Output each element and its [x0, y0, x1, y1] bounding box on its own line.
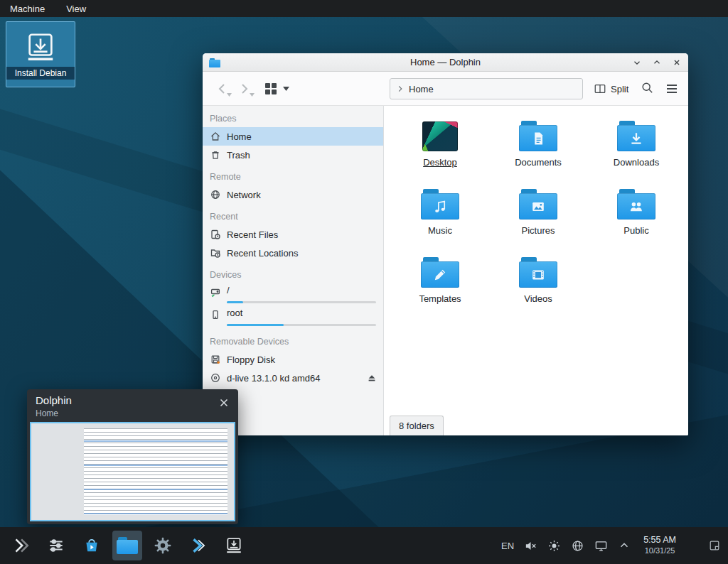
sidebar-item-label: /	[227, 285, 230, 295]
home-icon	[210, 131, 221, 142]
folder-label: Desktop	[423, 157, 457, 168]
minimize-button[interactable]	[631, 57, 643, 68]
eject-icon[interactable]	[366, 372, 378, 384]
split-button[interactable]: Split	[591, 79, 631, 99]
sidebar-item-root-device[interactable]: root	[203, 306, 383, 329]
keyboard-layout-indicator[interactable]: EN	[501, 541, 514, 551]
popup-close-icon[interactable]	[217, 396, 231, 410]
videos-folder-icon	[519, 256, 557, 288]
hamburger-menu-button[interactable]	[665, 82, 679, 96]
section-header-devices: Devices	[203, 266, 383, 283]
folder-videos[interactable]: Videos	[489, 251, 587, 319]
sidebar-item-home[interactable]: Home	[203, 127, 383, 146]
clock-date: 10/31/25	[643, 546, 676, 556]
folder-view[interactable]: Desktop Documents Downloads Music	[384, 106, 688, 435]
volume-muted-icon[interactable]	[523, 538, 537, 553]
task-manager-settings-icon[interactable]	[41, 531, 71, 560]
forward-dropdown-caret-icon[interactable]	[250, 93, 255, 97]
folder-label: Public	[623, 225, 648, 236]
back-dropdown-caret-icon[interactable]	[227, 93, 232, 97]
clock-icon	[210, 229, 221, 240]
window-title: Home — Dolphin	[203, 53, 688, 72]
discover-icon[interactable]	[77, 531, 107, 560]
disk-usage-bar	[227, 301, 376, 303]
close-button[interactable]	[671, 57, 682, 68]
pictures-folder-icon	[519, 188, 557, 219]
hard-drive-icon	[210, 286, 221, 298]
display-icon[interactable]	[594, 538, 608, 553]
folder-public[interactable]: Public	[587, 183, 685, 251]
search-button[interactable]	[641, 81, 655, 95]
folder-grid: Desktop Documents Downloads Music	[384, 106, 688, 319]
vm-menubar: Machine View	[0, 0, 728, 17]
breadcrumb-home[interactable]: Home	[409, 84, 434, 94]
titlebar[interactable]: Home — Dolphin	[203, 53, 688, 72]
dolphin-task-button[interactable]	[112, 531, 142, 560]
folder-label: Pictures	[522, 225, 555, 236]
dolphin-icon	[117, 537, 138, 554]
sidebar-item-trash[interactable]: Trash	[203, 146, 383, 164]
folder-label: Templates	[419, 293, 461, 304]
brightness-icon[interactable]	[547, 538, 561, 553]
sidebar-item-recent-locations[interactable]: Recent Locations	[203, 244, 383, 262]
install-debian-label: Install Debian	[6, 67, 75, 80]
install-debian-taskbar-icon[interactable]	[219, 531, 249, 560]
network-icon	[210, 189, 221, 200]
installer-icon[interactable]	[183, 531, 213, 560]
trash-icon	[210, 149, 221, 161]
folder-music[interactable]: Music	[391, 183, 489, 251]
location-bar[interactable]: Home	[390, 78, 583, 99]
split-button-label: Split	[611, 84, 628, 94]
section-header-places: Places	[203, 110, 383, 127]
folder-templates[interactable]: Templates	[391, 251, 489, 319]
documents-folder-icon	[519, 120, 557, 151]
clock-time: 5:55 AM	[643, 535, 676, 546]
disk-usage-bar	[227, 324, 376, 326]
templates-folder-icon	[421, 256, 459, 288]
places-panel: Places Home Trash Remote Network Recent	[203, 106, 384, 435]
view-mode-button[interactable]	[264, 82, 278, 96]
sidebar-item-label: Network	[227, 190, 261, 200]
app-launcher-button[interactable]	[6, 531, 36, 560]
sidebar-item-label: Floppy Disk	[227, 354, 275, 365]
music-folder-icon	[421, 188, 459, 219]
tray-expand-chevron-icon[interactable]	[617, 538, 631, 553]
sidebar-item-rootfs[interactable]: /	[203, 283, 383, 306]
sidebar-item-label: Trash	[227, 150, 250, 161]
downloads-folder-icon	[617, 120, 655, 151]
sidebar-item-label: Recent Locations	[227, 248, 298, 259]
folder-desktop[interactable]: Desktop	[391, 114, 489, 183]
phone-drive-icon	[210, 309, 221, 320]
desktop-folder-icon	[422, 121, 458, 151]
section-header-remote: Remote	[203, 168, 383, 185]
menu-view[interactable]: View	[66, 4, 86, 14]
folder-downloads[interactable]: Downloads	[587, 114, 685, 183]
popup-subtitle: Home	[36, 408, 58, 418]
system-tray: EN 5:55 AM 10/31/25	[501, 535, 722, 555]
show-desktop-button[interactable]	[708, 538, 721, 553]
maximize-button[interactable]	[651, 57, 663, 68]
sidebar-item-recent-files[interactable]: Recent Files	[203, 225, 383, 244]
view-mode-caret-icon[interactable]	[283, 87, 289, 91]
sidebar-item-floppy[interactable]: Floppy Disk	[203, 350, 383, 369]
menu-machine[interactable]: Machine	[10, 4, 45, 14]
system-settings-icon[interactable]	[148, 531, 178, 560]
folder-documents[interactable]: Documents	[489, 114, 587, 183]
section-header-recent: Recent	[203, 208, 383, 225]
task-preview-popup[interactable]: Dolphin Home	[27, 389, 238, 524]
optical-disc-icon	[210, 372, 221, 384]
folder-label: Videos	[524, 293, 552, 304]
network-globe-icon[interactable]	[570, 538, 584, 553]
sidebar-item-dlive-disc[interactable]: d-live 13.1.0 kd amd64	[203, 369, 383, 387]
digital-clock[interactable]: 5:55 AM 10/31/25	[643, 535, 676, 555]
sidebar-item-network[interactable]: Network	[203, 185, 383, 204]
window-preview-thumbnail[interactable]	[30, 422, 235, 521]
toolbar: Home Split	[203, 72, 688, 106]
install-debian-shortcut[interactable]: Install Debian	[6, 21, 75, 87]
sidebar-item-label: root	[227, 308, 242, 318]
public-folder-icon	[617, 188, 655, 219]
clock-icon	[210, 247, 221, 259]
folder-pictures[interactable]: Pictures	[489, 183, 587, 251]
popup-title: Dolphin	[36, 394, 72, 406]
taskbar: EN 5:55 AM 10/31/25	[0, 527, 728, 564]
